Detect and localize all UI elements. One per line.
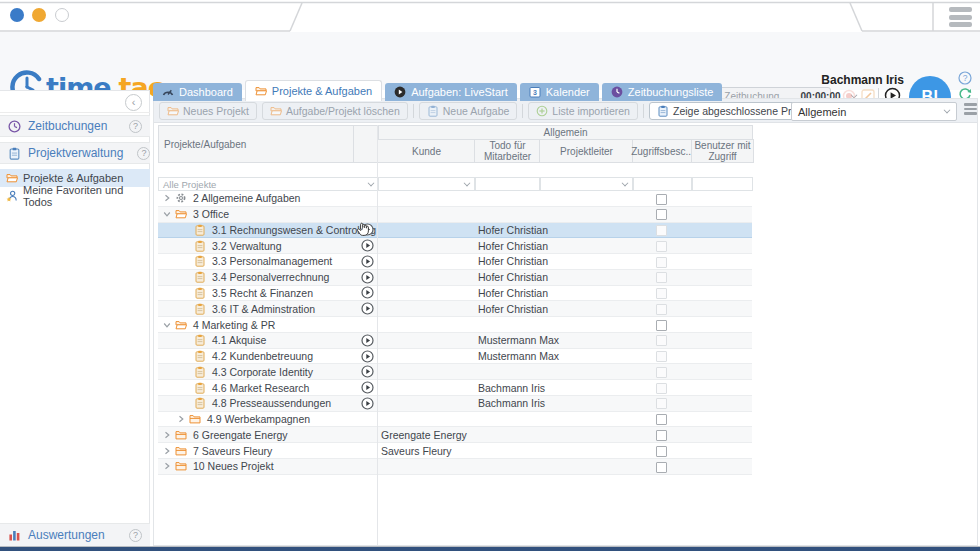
zugriff-checkbox[interactable] — [656, 430, 667, 441]
svg-text:3: 3 — [533, 89, 537, 96]
table-row-4-2-kundenbetreuung[interactable]: 4.2 KundenbetreuungMustermann Max — [158, 349, 752, 365]
sidebar-section-zeitbuchungen[interactable]: Zeitbuchungen? — [0, 115, 150, 137]
tab-zeitbuchungsliste[interactable]: Zeitbuchungsliste — [602, 83, 723, 101]
table-row-7-saveurs-fleury[interactable]: 7 Saveurs FleurySaveurs Fleury — [158, 443, 752, 459]
column-header-kunde[interactable]: Kunde — [377, 139, 476, 163]
zugriff-checkbox[interactable] — [656, 462, 667, 473]
filter-cell-2[interactable] — [540, 177, 633, 191]
zugriff-checkbox[interactable] — [656, 194, 667, 205]
table-row-4-9-werbekampagnen[interactable]: 4.9 Werbekampagnen — [158, 412, 752, 428]
zugriff-checkbox[interactable] — [656, 398, 667, 409]
start-task-play-icon[interactable] — [357, 254, 378, 269]
toolbar-separator — [522, 104, 523, 118]
table-row-3-1-rechnungswesen-controlling[interactable]: 3.1 Rechnungswesen & ControllingHofer Ch… — [158, 223, 752, 239]
tree-cell: 3.1 Rechnungswesen & Controlling — [158, 223, 376, 238]
chevron-right-icon[interactable] — [162, 462, 172, 470]
table-row-3-2-verwaltung[interactable]: 3.2 VerwaltungHofer Christian — [158, 238, 752, 254]
column-header-projektleiter[interactable]: Projektleiter — [539, 139, 634, 163]
column-header-todo-f-r-mitarbeiter[interactable]: Todo für Mitarbeiter — [474, 139, 541, 163]
filter-cell-1[interactable] — [475, 177, 540, 191]
toolbar-button-liste-importieren[interactable]: Liste importieren — [528, 102, 638, 120]
column-header-zugriffsbesc-[interactable]: Zugriffsbesc... — [632, 139, 693, 163]
start-task-play-icon[interactable] — [357, 238, 378, 253]
chevron-down-icon[interactable] — [162, 210, 172, 218]
window-dot-white[interactable] — [55, 8, 69, 22]
tab-dashboard[interactable]: Dashboard — [153, 83, 242, 101]
zugriff-checkbox[interactable] — [656, 351, 667, 362]
zugriff-checkbox[interactable] — [656, 367, 667, 378]
column-header-benutzer-mit-zugriff[interactable]: Benutzer mit Zugriff — [691, 139, 754, 163]
tab-aufgaben-livestart[interactable]: Aufgaben: LiveStart — [385, 83, 517, 101]
sidebar-section-projektverwaltung[interactable]: Projektverwaltung? — [0, 142, 150, 164]
zugriff-checkbox[interactable] — [656, 288, 667, 299]
zugriff-checkbox[interactable] — [656, 383, 667, 394]
zugriff-checkbox[interactable] — [656, 241, 667, 252]
chevron-right-icon[interactable] — [162, 431, 172, 439]
sidebar-item-auswertungen[interactable]: Auswertungen? — [0, 523, 150, 547]
chevron-down-icon[interactable] — [162, 321, 172, 329]
toolbar-button-neues-projekt[interactable]: Neues Projekt — [159, 102, 257, 120]
table-row-4-marketing-pr[interactable]: 4 Marketing & PR — [158, 317, 752, 333]
table-row-4-3-corporate-identity[interactable]: 4.3 Corporate Identity — [158, 364, 752, 380]
chevron-right-icon[interactable] — [162, 194, 172, 202]
table-row-3-6-it-adminstration[interactable]: 3.6 IT & AdminstrationHofer Christian — [158, 301, 752, 317]
row-label: 3 Office — [193, 208, 229, 220]
help-icon[interactable]: ? — [129, 529, 142, 542]
start-task-play-icon[interactable] — [357, 333, 378, 348]
zugriff-checkbox[interactable] — [656, 225, 667, 236]
table-row-6-greengate-energy[interactable]: 6 Greengate EnergyGreengate Energy — [158, 427, 752, 443]
chevron-right-icon[interactable] — [162, 447, 172, 455]
start-task-play-icon[interactable] — [357, 380, 378, 395]
chevron-right-icon[interactable] — [176, 415, 186, 423]
toolbar-button-neue-aufgabe[interactable]: Neue Aufgabe — [419, 102, 518, 120]
task-icon — [194, 334, 206, 346]
help-icon[interactable]: ? — [137, 147, 150, 160]
filter-cell-3[interactable] — [633, 177, 692, 191]
toolbar-button-aufgabe-projekt-l-schen[interactable]: Aufgabe/Projekt löschen — [262, 102, 408, 120]
browser-menu-icon[interactable] — [949, 7, 972, 27]
zugriff-checkbox[interactable] — [656, 272, 667, 283]
window-dot-orange[interactable] — [32, 8, 46, 22]
window-dot-blue[interactable] — [10, 8, 24, 22]
zugriff-checkbox[interactable] — [656, 414, 667, 425]
start-task-play-icon[interactable] — [357, 364, 378, 379]
help-icon[interactable]: ? — [129, 120, 142, 133]
table-row-3-4-personalverrechnung[interactable]: 3.4 PersonalverrechnungHofer Christian — [158, 270, 752, 286]
table-row-3-3-personalmanagement[interactable]: 3.3 PersonalmanagementHofer Christian — [158, 254, 752, 270]
start-task-play-icon[interactable] — [357, 270, 378, 285]
tree-cell: 10 Neues Projekt — [158, 459, 274, 474]
column-options-icon[interactable] — [964, 103, 977, 115]
table-row-3-5-recht-finanzen[interactable]: 3.5 Recht & FinanzenHofer Christian — [158, 286, 752, 302]
start-task-play-icon[interactable] — [357, 301, 378, 316]
view-filter-select[interactable]: Allgemein — [791, 102, 957, 121]
table-row-3-office[interactable]: 3 Office — [158, 207, 752, 223]
table-row-4-8-presseaussendungen[interactable]: 4.8 PresseaussendungenBachmann Iris — [158, 396, 752, 412]
zugriff-checkbox[interactable] — [656, 320, 667, 331]
filter-cell-0[interactable] — [378, 177, 475, 191]
table-row-10-neues-projekt[interactable]: 10 Neues Projekt — [158, 459, 752, 475]
tree-cell: 4.3 Corporate Identity — [158, 364, 313, 379]
zugriff-checkbox[interactable] — [656, 304, 667, 315]
tab-projekte-aufgaben[interactable]: Projekte & Aufgaben — [245, 80, 382, 101]
start-task-play-icon[interactable] — [357, 286, 378, 301]
help-icon[interactable]: ? — [958, 71, 972, 85]
tree-filter-select[interactable]: Alle Projekte — [158, 177, 379, 191]
tree-cell: 4 Marketing & PR — [158, 317, 275, 332]
start-task-play-icon[interactable] — [357, 396, 378, 411]
zugriff-checkbox[interactable] — [656, 446, 667, 457]
tab-kalender[interactable]: 3Kalender — [520, 83, 599, 101]
row-label: 4.2 Kundenbetreuung — [212, 350, 313, 362]
zugriff-checkbox[interactable] — [656, 209, 667, 220]
table-row-4-1-akquise[interactable]: 4.1 AkquiseMustermann Max — [158, 333, 752, 349]
filter-cell-4[interactable] — [692, 177, 753, 191]
zugriff-checkbox[interactable] — [656, 257, 667, 268]
zugriff-checkbox[interactable] — [656, 335, 667, 346]
table-row-4-6-market-research[interactable]: 4.6 Market ResearchBachmann Iris — [158, 380, 752, 396]
start-task-play-icon[interactable] — [357, 349, 378, 364]
gauge-icon — [162, 86, 174, 98]
column-header-projekte-aufgaben[interactable]: Projekte/Aufgaben — [158, 125, 354, 163]
tree-cell: 3.2 Verwaltung — [158, 238, 281, 253]
sidebar-item-meine-favoriten-und-todos[interactable]: Meine Favoriten und Todos — [0, 187, 150, 205]
table-row-2-allgemeine-aufgaben[interactable]: 2 Allgemeine Aufgaben — [158, 191, 752, 207]
sidebar-collapse-icon[interactable]: ‹ — [125, 94, 142, 111]
